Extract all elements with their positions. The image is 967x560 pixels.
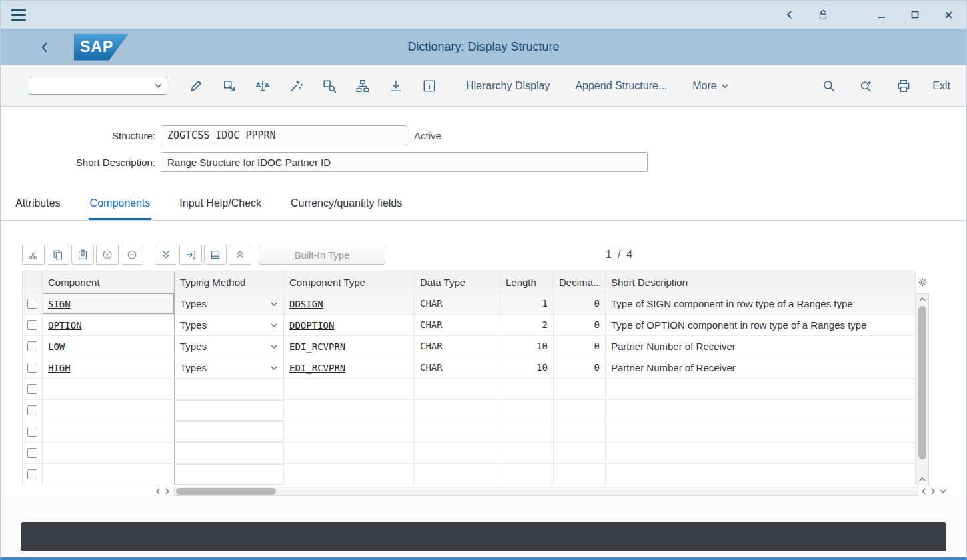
decimals-cell[interactable]: 0 <box>554 336 606 357</box>
data-type-cell[interactable]: CHAR <box>415 293 500 315</box>
select-block-icon[interactable] <box>204 245 227 265</box>
settings-gear-icon[interactable] <box>916 271 929 293</box>
length-cell[interactable]: 10 <box>500 357 554 379</box>
activate-icon[interactable] <box>287 77 305 95</box>
column-header-typing-method[interactable]: Typing Method <box>175 271 284 293</box>
decimals-cell-empty[interactable] <box>554 400 606 421</box>
other-object-icon[interactable] <box>221 77 238 95</box>
command-field[interactable] <box>29 77 167 95</box>
length-cell[interactable]: 1 <box>500 293 554 315</box>
lock-icon[interactable] <box>816 7 830 22</box>
component-cell-empty[interactable] <box>43 443 175 464</box>
component-type-link[interactable]: EDI_RCVPRN <box>289 363 345 373</box>
hierarchy-display-button[interactable]: Hierarchy Display <box>466 80 550 92</box>
built-in-type-button[interactable]: Built-In Type <box>259 245 385 265</box>
length-cell-empty[interactable] <box>500 379 554 400</box>
row-checkbox[interactable] <box>27 405 37 415</box>
print-icon[interactable] <box>895 77 912 95</box>
display-change-icon[interactable] <box>187 77 205 95</box>
data-type-cell-empty[interactable] <box>415 443 500 464</box>
row-checkbox[interactable] <box>27 448 37 458</box>
component-link[interactable]: OPTION <box>48 320 82 331</box>
data-type-cell[interactable]: CHAR <box>415 315 500 336</box>
typing-method-select[interactable]: Types <box>175 293 284 315</box>
row-checkbox[interactable] <box>27 384 37 394</box>
column-header-data-type[interactable]: Data Type <box>415 271 500 293</box>
length-cell-empty[interactable] <box>500 400 554 421</box>
typing-method-select[interactable] <box>175 421 284 443</box>
typing-method-select[interactable]: Types <box>175 357 284 379</box>
component-cell-empty[interactable] <box>43 400 175 421</box>
vertical-scroll-thumb[interactable] <box>918 306 926 459</box>
structure-name-field[interactable]: ZOGTCSS_IDOC_PPPRN <box>161 125 407 145</box>
component-type-cell-empty[interactable] <box>284 443 415 464</box>
back-button[interactable] <box>35 37 55 57</box>
tab-input-help-check[interactable]: Input Help/Check <box>178 189 263 220</box>
tab-currency-quantity-fields[interactable]: Currency/quantity fields <box>289 189 403 220</box>
runtime-object-icon[interactable] <box>321 77 338 95</box>
length-cell-empty[interactable] <box>500 421 554 443</box>
component-link[interactable]: LOW <box>48 341 65 352</box>
search-icon[interactable] <box>820 77 838 95</box>
component-type-cell-empty[interactable] <box>284 400 415 421</box>
component-link[interactable]: SIGN <box>48 299 71 309</box>
typing-method-select[interactable] <box>175 443 284 464</box>
hierarchy-icon[interactable] <box>354 77 371 95</box>
menu-icon[interactable] <box>11 7 26 23</box>
decimals-cell-empty[interactable] <box>554 379 606 400</box>
component-type-cell-empty[interactable] <box>284 421 415 443</box>
insert-row-icon[interactable] <box>179 245 202 265</box>
length-cell[interactable]: 2 <box>500 315 554 336</box>
component-type-cell-empty[interactable] <box>284 379 415 400</box>
back-icon[interactable] <box>782 7 797 22</box>
exit-button[interactable]: Exit <box>932 80 950 92</box>
component-type-link[interactable]: DDOPTION <box>289 320 334 331</box>
horizontal-scrollbar[interactable] <box>174 487 918 496</box>
data-type-cell-empty[interactable] <box>415 421 500 443</box>
component-cell-empty[interactable] <box>43 421 175 443</box>
close-icon[interactable] <box>941 7 956 22</box>
vertical-scrollbar[interactable] <box>916 293 929 485</box>
more-button[interactable]: More <box>692 80 728 92</box>
data-type-cell[interactable]: CHAR <box>415 336 500 357</box>
row-checkbox[interactable] <box>27 363 37 373</box>
append-structure-button[interactable]: Append Structure... <box>575 80 667 92</box>
component-type-link[interactable]: DDSIGN <box>289 299 323 309</box>
typing-method-select[interactable] <box>175 400 284 421</box>
scroll-right-icon[interactable] <box>930 488 936 495</box>
decimals-cell-empty[interactable] <box>554 464 606 485</box>
decimals-cell-empty[interactable] <box>554 421 606 443</box>
column-header-decimals[interactable]: Decima... <box>554 271 606 293</box>
scroll-up-icon[interactable] <box>916 294 928 305</box>
scroll-left-icon[interactable] <box>155 488 161 495</box>
command-input[interactable] <box>33 81 154 91</box>
minus-circle-icon[interactable] <box>121 245 143 265</box>
minimize-icon[interactable] <box>874 7 889 22</box>
download-icon[interactable] <box>387 77 405 95</box>
copy-icon[interactable] <box>47 245 69 265</box>
info-icon[interactable] <box>421 77 438 95</box>
search-plus-icon[interactable] <box>858 77 875 95</box>
decimals-cell-empty[interactable] <box>554 443 606 464</box>
data-type-cell-empty[interactable] <box>415 379 500 400</box>
row-checkbox[interactable] <box>27 320 37 330</box>
short-description-field[interactable]: Range Structure for IDOC Partner ID <box>161 152 648 172</box>
row-checkbox[interactable] <box>27 427 37 437</box>
length-cell[interactable]: 10 <box>500 336 554 357</box>
status-bar[interactable] <box>21 522 946 551</box>
column-header-component[interactable]: Component <box>43 271 175 293</box>
typing-method-select[interactable]: Types <box>175 315 284 336</box>
chevron-down-icon[interactable] <box>154 81 163 90</box>
check-icon[interactable] <box>254 77 271 95</box>
data-type-cell-empty[interactable] <box>415 464 500 485</box>
component-link[interactable]: HIGH <box>48 363 71 373</box>
length-cell-empty[interactable] <box>500 443 554 464</box>
scroll-down-icon[interactable] <box>940 488 946 495</box>
decimals-cell[interactable]: 0 <box>554 357 606 379</box>
row-checkbox[interactable] <box>27 469 37 479</box>
scroll-up-icon[interactable] <box>916 474 928 485</box>
column-header-component-type[interactable]: Component Type <box>284 271 415 293</box>
decimals-cell[interactable]: 0 <box>554 293 606 315</box>
decimals-cell[interactable]: 0 <box>554 315 606 336</box>
typing-method-select[interactable] <box>175 464 284 485</box>
